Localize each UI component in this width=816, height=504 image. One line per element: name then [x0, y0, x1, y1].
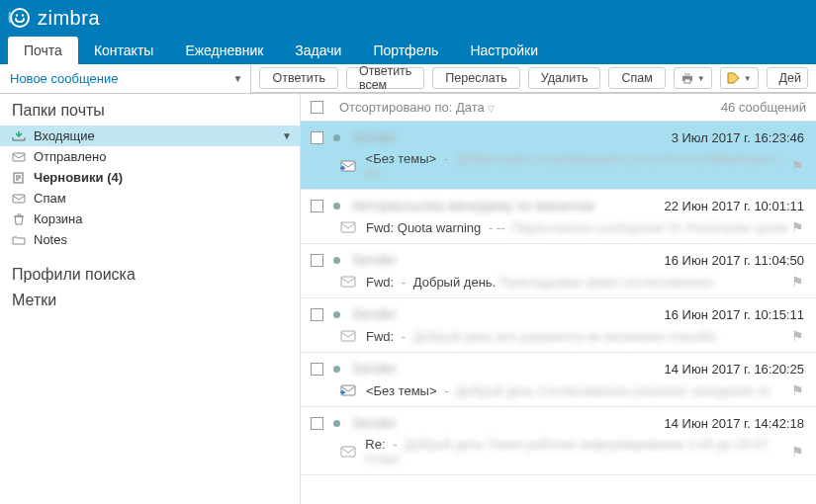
spam-button[interactable]: Спам	[608, 67, 665, 89]
message-item[interactable]: Sender 14 Июн 2017 г. 16:20:25 <Без темы…	[301, 353, 816, 407]
svg-rect-5	[684, 79, 690, 83]
folder-label: Черновики (4)	[34, 170, 123, 185]
envelope-icon	[338, 219, 358, 235]
status-dot	[333, 420, 340, 427]
delete-button[interactable]: Удалить	[528, 67, 601, 89]
tab-contacts[interactable]: Контакты	[78, 37, 169, 64]
sender-name: Авторассылка менеджер по вакансии	[352, 198, 594, 213]
message-item[interactable]: Sender 14 Июн 2017 г. 14:42:18 Re: - Доб…	[301, 407, 816, 475]
flag-icon[interactable]: ⚑	[791, 382, 804, 398]
folder-label: Спам	[34, 191, 66, 206]
sort-label[interactable]: Отсортировано по: Дата ▽	[339, 100, 495, 115]
folders-header: Папки почты	[0, 94, 300, 126]
folder-drafts[interactable]: Черновики (4)	[0, 167, 300, 188]
chevron-down-icon: ▼	[233, 73, 243, 84]
tab-mail[interactable]: Почта	[8, 37, 78, 64]
message-item[interactable]: Авторассылка менеджер по вакансии 22 Июн…	[301, 190, 816, 244]
envelope-forwarded-icon	[338, 382, 358, 398]
reply-all-button[interactable]: Ответить всем	[346, 67, 424, 89]
message-checkbox[interactable]	[311, 254, 323, 267]
svg-rect-4	[684, 73, 690, 76]
flag-icon[interactable]: ⚑	[791, 274, 804, 290]
svg-point-0	[11, 9, 29, 27]
folder-label: Отправлено	[34, 149, 106, 164]
sidebar: Папки почты Входящие ▼ Отправлено Чернов…	[0, 94, 301, 504]
message-date: 16 Июн 2017 г. 10:15:11	[665, 307, 804, 322]
status-dot	[333, 203, 340, 210]
message-subject: Fwd: Quota warning - -- Пересланное сооб…	[366, 220, 787, 235]
status-dot	[333, 134, 340, 141]
chevron-down-icon: ▼	[282, 130, 292, 141]
folder-label: Notes	[34, 232, 67, 247]
flag-icon[interactable]: ⚑	[791, 444, 804, 460]
printer-icon	[680, 72, 694, 84]
svg-point-2	[22, 14, 24, 16]
envelope-icon	[338, 274, 358, 290]
message-checkbox[interactable]	[311, 417, 323, 430]
brand-logo: zimbra	[8, 6, 100, 30]
inbox-icon	[10, 130, 28, 142]
tag-button[interactable]: ▼	[720, 67, 759, 89]
message-checkbox[interactable]	[311, 363, 323, 376]
folder-inbox[interactable]: Входящие ▼	[0, 126, 300, 146]
message-date: 22 Июн 2017 г. 10:01:11	[665, 199, 804, 213]
message-date: 16 Июн 2017 г. 11:04:50	[665, 253, 804, 268]
compose-label: Новое сообщение	[10, 71, 118, 86]
message-subject: <Без темы> - Добрый день подтверждаем уч…	[366, 151, 791, 181]
actions-button[interactable]: Дей	[767, 67, 808, 89]
trash-icon	[10, 213, 28, 225]
message-checkbox[interactable]	[311, 200, 323, 212]
folder-notes[interactable]: Notes	[0, 229, 300, 250]
sort-arrow-icon: ▽	[488, 104, 495, 114]
main-nav: Почта Контакты Ежедневник Задачи Портфел…	[0, 36, 816, 64]
tab-calendar[interactable]: Ежедневник	[169, 37, 279, 64]
chevron-down-icon: ▼	[744, 74, 752, 83]
main-layout: Папки почты Входящие ▼ Отправлено Чернов…	[0, 94, 816, 504]
message-checkbox[interactable]	[311, 308, 323, 321]
message-pane: Отсортировано по: Дата ▽ 46 сообщений Se…	[301, 94, 816, 504]
flag-icon[interactable]: ⚑	[791, 158, 804, 174]
message-subject: Fwd: - Добрый день все документы во влож…	[366, 329, 716, 344]
message-item[interactable]: Sender 16 Июн 2017 г. 11:04:50 Fwd: - До…	[301, 244, 816, 298]
message-date: 14 Июн 2017 г. 14:42:18	[665, 416, 804, 431]
brand-text: zimbra	[38, 7, 100, 30]
labels-header[interactable]: Метки	[0, 290, 300, 315]
sender-name: Sender	[352, 129, 397, 145]
folder-trash[interactable]: Корзина	[0, 209, 300, 229]
search-profiles-header[interactable]: Профили поиска	[0, 258, 300, 290]
message-item[interactable]: Sender 3 Июл 2017 г. 16:23:46 <Без темы>…	[301, 122, 816, 190]
flag-icon[interactable]: ⚑	[791, 219, 804, 235]
folder-sent[interactable]: Отправлено	[0, 146, 300, 167]
flag-icon[interactable]: ⚑	[791, 328, 804, 344]
list-header: Отсортировано по: Дата ▽ 46 сообщений	[301, 94, 816, 122]
sender-name: Sender	[352, 252, 397, 268]
svg-rect-14	[341, 447, 355, 457]
svg-rect-12	[341, 331, 355, 341]
status-dot	[333, 257, 340, 264]
chevron-down-icon: ▼	[697, 74, 705, 83]
spam-folder-icon	[10, 193, 28, 205]
select-all-checkbox[interactable]	[311, 101, 323, 114]
tab-settings[interactable]: Настройки	[454, 37, 554, 64]
tab-tasks[interactable]: Задачи	[279, 37, 357, 64]
status-dot	[333, 366, 340, 373]
envelope-icon	[338, 444, 357, 460]
status-dot	[333, 311, 340, 318]
message-item[interactable]: Sender 16 Июн 2017 г. 10:15:11 Fwd: - До…	[301, 298, 816, 353]
compose-button[interactable]: Новое сообщение ▼	[0, 64, 251, 93]
message-list[interactable]: Sender 3 Июл 2017 г. 16:23:46 <Без темы>…	[301, 122, 816, 504]
mail-toolbar: Ответить Ответить всем Переслать Удалить…	[251, 64, 816, 93]
forward-button[interactable]: Переслать	[432, 67, 519, 89]
message-checkbox[interactable]	[311, 131, 323, 144]
tag-icon	[727, 72, 741, 84]
envelope-icon	[338, 328, 358, 344]
sender-name: Sender	[352, 415, 397, 431]
folder-icon	[10, 234, 28, 246]
svg-point-1	[16, 14, 18, 16]
move-button[interactable]: ▼	[674, 67, 712, 89]
reply-button[interactable]: Ответить	[259, 67, 337, 89]
folder-label: Входящие	[34, 128, 95, 143]
folder-spam[interactable]: Спам	[0, 188, 300, 209]
tab-briefcase[interactable]: Портфель	[357, 37, 454, 64]
folder-label: Корзина	[34, 211, 83, 226]
